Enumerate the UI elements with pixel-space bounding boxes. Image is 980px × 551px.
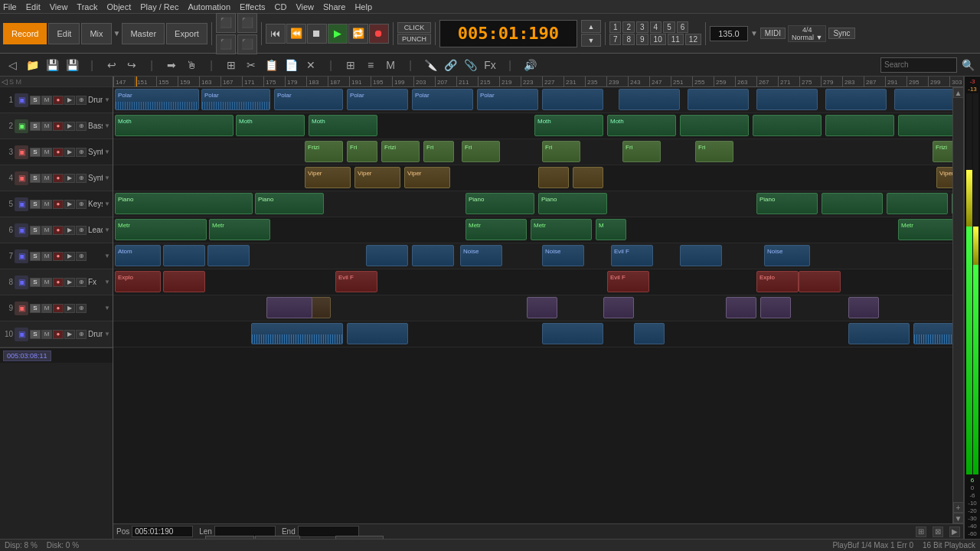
clip-6-5[interactable]: M	[596, 219, 626, 240]
clip-1-12[interactable]	[894, 89, 956, 110]
num-btn-1[interactable]: 1	[609, 21, 622, 33]
clip-4-5[interactable]	[573, 167, 603, 188]
clip-8-6[interactable]	[799, 271, 841, 292]
master-button[interactable]: Master	[122, 23, 165, 44]
mono-btn-6[interactable]: ⊕	[76, 226, 87, 235]
clip-2-8[interactable]	[825, 115, 894, 136]
fx-btn-4[interactable]: ▶	[64, 174, 75, 183]
clip-6-1[interactable]: Metr	[115, 219, 207, 240]
track-arrow-10[interactable]: ▼	[104, 331, 110, 337]
clip-9-7[interactable]	[760, 297, 791, 318]
menu-track[interactable]: Track	[77, 2, 97, 11]
clip-7-7[interactable]: Noise	[542, 245, 584, 266]
clip-10-1[interactable]	[251, 323, 343, 344]
mute-btn-6[interactable]: M	[41, 226, 52, 235]
clip-10-2[interactable]	[347, 323, 408, 344]
open-btn[interactable]: 📁	[23, 56, 41, 74]
clip-7-5[interactable]	[412, 245, 454, 266]
mute-btn-2[interactable]: M	[41, 122, 52, 131]
time-down-button[interactable]: ▼	[581, 34, 601, 47]
razor-btn[interactable]: 🔪	[421, 56, 439, 74]
arm-btn-5[interactable]: ●	[53, 200, 64, 209]
clip-8-1[interactable]: Explo	[115, 271, 161, 292]
arm-btn-10[interactable]: ●	[53, 330, 64, 339]
clip-7-6[interactable]: Noise	[460, 245, 502, 266]
loop-time-display[interactable]: 005:03:08:11	[3, 350, 51, 361]
clip-3-4[interactable]: Fri	[423, 141, 454, 162]
solo-btn-7[interactable]: S	[30, 252, 41, 261]
clip-9-5[interactable]	[603, 297, 634, 318]
mono-btn-8[interactable]: ⊕	[76, 278, 87, 287]
clip-3-5[interactable]: Fri	[462, 141, 500, 162]
midi-button[interactable]: MIDI	[760, 28, 786, 39]
menu-view[interactable]: View	[50, 2, 68, 11]
copy-btn[interactable]: 📋	[262, 56, 280, 74]
record-button[interactable]: Record	[3, 23, 47, 44]
clip-6-6[interactable]: Metr	[898, 219, 956, 240]
menu-cd[interactable]: CD	[274, 2, 286, 11]
num-btn-4[interactable]: 4	[650, 21, 662, 33]
clip-4-3[interactable]: Viper	[404, 167, 450, 188]
clip-3-3[interactable]: Frizi	[381, 141, 420, 162]
clip-4-1[interactable]: Viper	[305, 167, 351, 188]
clip-2-2[interactable]: Moth	[236, 115, 305, 136]
mono-btn-10[interactable]: ⊕	[76, 330, 87, 339]
clip-8-2[interactable]	[163, 271, 205, 292]
clip-6-4[interactable]: Metr	[531, 219, 592, 240]
record-transport-button[interactable]: ⏺	[369, 24, 389, 44]
clip-7-8[interactable]: Evil F	[611, 245, 653, 266]
fx-btn-10[interactable]: ▶	[64, 330, 75, 339]
clip-1-8[interactable]	[619, 89, 680, 110]
mono-btn-7[interactable]: ⊕	[76, 252, 87, 261]
clip-5-6[interactable]	[822, 193, 883, 214]
icon-btn-3[interactable]: ⬛	[216, 34, 236, 54]
clip-7-3[interactable]	[207, 245, 250, 266]
solo-btn-6[interactable]: S	[30, 226, 41, 235]
fx-btn-6[interactable]: ▶	[64, 226, 75, 235]
mono-btn-2[interactable]: ⊕	[76, 122, 87, 131]
paste-btn[interactable]: 📄	[282, 56, 300, 74]
punch-button[interactable]: PUNCH	[397, 34, 431, 44]
clip-2-7[interactable]	[753, 115, 822, 136]
menu-help[interactable]: Help	[354, 2, 372, 11]
export-button[interactable]: Export	[166, 23, 207, 44]
loop-button[interactable]: 🔁	[348, 24, 368, 44]
clip-8-3[interactable]: Evil F	[335, 271, 377, 292]
time-up-button[interactable]: ▲	[581, 20, 601, 33]
arrange-view[interactable]: 1471511551591631671711751791831871911951…	[113, 77, 963, 539]
fx-btn-2[interactable]: ▶	[64, 122, 75, 131]
arm-btn-4[interactable]: ●	[53, 174, 64, 183]
sync-button[interactable]: Sync	[828, 28, 854, 39]
tempo-input[interactable]	[710, 26, 748, 41]
clip-4-4[interactable]	[538, 167, 569, 188]
icon-btn-1[interactable]: ⬛	[216, 13, 236, 33]
fx-btn[interactable]: Fx	[481, 56, 499, 74]
num-btn-11[interactable]: 11	[668, 34, 684, 45]
cut-btn[interactable]: ✂	[242, 56, 260, 74]
clip-4-2[interactable]: Viper	[354, 167, 400, 188]
solo-btn-1[interactable]: S	[30, 96, 41, 105]
clip-1-9[interactable]	[688, 89, 749, 110]
clip-5-7[interactable]	[887, 193, 948, 214]
clip-1-3[interactable]: Polar	[274, 89, 343, 110]
mono-btn-3[interactable]: ⊕	[76, 148, 87, 157]
scroll-up-btn[interactable]: ▲	[953, 87, 964, 98]
clip-6-2[interactable]: Metr	[209, 219, 270, 240]
glue-btn[interactable]: 🔗	[441, 56, 459, 74]
solo-btn-5[interactable]: S	[30, 200, 41, 209]
menu-object[interactable]: Object	[106, 2, 131, 11]
track-arrow-4[interactable]: ▼	[104, 174, 110, 181]
track-arrow-6[interactable]: ▼	[104, 227, 110, 233]
arm-btn-6[interactable]: ●	[53, 226, 64, 235]
scroll-right-btn[interactable]: ▶	[949, 527, 960, 537]
arm-btn-7[interactable]: ●	[53, 252, 64, 261]
track-arrow-5[interactable]: ▼	[104, 201, 110, 207]
save-as-btn[interactable]: 💾	[63, 56, 81, 74]
clip-1-5[interactable]: Polar	[412, 89, 473, 110]
clip-5-3[interactable]: Piano	[466, 193, 534, 214]
menu-share[interactable]: Share	[323, 2, 345, 11]
align-btn[interactable]: ≡	[361, 56, 380, 74]
cursor2-btn[interactable]: 🖱	[182, 56, 201, 74]
num-btn-8[interactable]: 8	[622, 34, 635, 45]
rewind-to-start-button[interactable]: ⏮	[266, 24, 286, 44]
